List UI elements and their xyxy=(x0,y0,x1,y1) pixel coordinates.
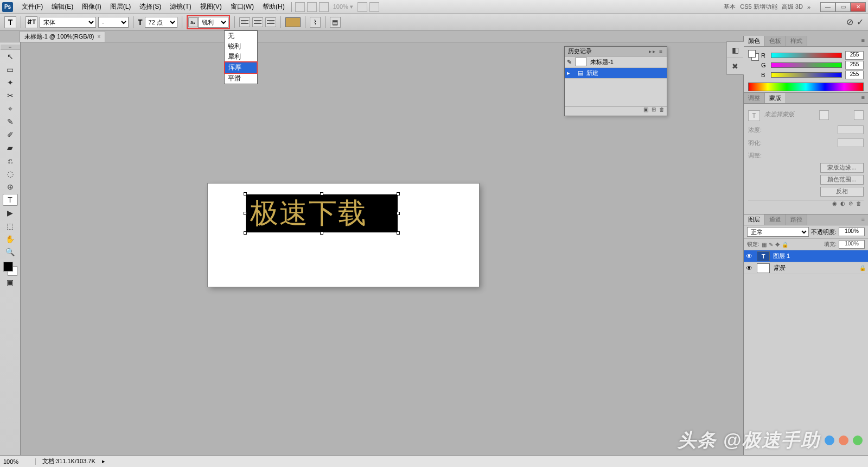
panel-menu-icon[interactable]: ≡ xyxy=(858,214,868,225)
panel-menu-icon[interactable]: ≡ xyxy=(858,36,868,46)
history-state-row[interactable]: ▸ ▤ 新建 xyxy=(565,68,667,79)
lasso-tool[interactable]: ✦ xyxy=(3,77,18,89)
history-snapshot-icon[interactable]: ▣ xyxy=(643,106,648,116)
workspace-cs5-new[interactable]: CS5 新增功能 xyxy=(740,3,777,11)
tab-masks[interactable]: 蒙版 xyxy=(765,93,786,103)
transform-handle[interactable] xyxy=(244,192,247,195)
warp-text-button[interactable]: ⌇ xyxy=(310,17,321,28)
history-new-icon[interactable]: ⊞ xyxy=(652,106,656,116)
value-g[interactable]: 255 xyxy=(845,61,864,70)
screen-icon[interactable] xyxy=(369,2,379,12)
color-picker[interactable] xyxy=(3,262,17,276)
aa-option-sharp[interactable]: 锐利 xyxy=(225,41,257,52)
tab-color[interactable]: 颜色 xyxy=(744,36,765,46)
lock-all-icon[interactable]: 🔒 xyxy=(782,242,788,248)
value-r[interactable]: 255 xyxy=(845,51,864,60)
slider-r[interactable] xyxy=(771,53,842,58)
lock-pixels-icon[interactable]: ▦ xyxy=(762,242,767,248)
document-tab[interactable]: 未标题-1 @ 100%(RGB/8) × xyxy=(20,31,105,42)
workspace-advanced-3d[interactable]: 高级 3D xyxy=(782,3,803,11)
menu-layer[interactable]: 图层(L) xyxy=(106,2,136,11)
slider-g[interactable] xyxy=(771,62,842,68)
tab-adjustments[interactable]: 调整 xyxy=(744,93,765,103)
type-tool[interactable]: T xyxy=(3,194,18,206)
color-spectrum[interactable] xyxy=(748,83,864,91)
collapsed-icon[interactable]: ✖ xyxy=(727,58,743,74)
document-tab-close-icon[interactable]: × xyxy=(98,34,101,40)
launch-bridge-icon[interactable] xyxy=(295,2,305,12)
blend-mode-select[interactable]: 正常 xyxy=(747,227,809,237)
transform-handle[interactable] xyxy=(244,212,247,215)
marquee-tool[interactable]: ▭ xyxy=(3,64,18,75)
font-style-select[interactable]: - xyxy=(98,17,129,28)
tab-styles[interactable]: 样式 xyxy=(786,36,807,46)
pixel-mask-icon[interactable] xyxy=(819,110,829,120)
layer-visibility-icon[interactable]: 👁 xyxy=(746,264,754,272)
zoom-tool[interactable]: 🔍 xyxy=(3,246,18,258)
cancel-edit-icon[interactable]: ⊘ xyxy=(846,17,853,27)
text-layer-box[interactable]: 极速下载 xyxy=(246,194,398,232)
layer-name[interactable]: 背景 xyxy=(773,264,785,272)
menu-edit[interactable]: 编辑(E) xyxy=(47,2,78,11)
menu-filter[interactable]: 滤镜(T) xyxy=(165,2,195,11)
window-maximize-button[interactable]: ▭ xyxy=(835,2,851,12)
menu-window[interactable]: 窗口(W) xyxy=(226,2,258,11)
active-tool-icon[interactable]: T xyxy=(4,16,16,28)
brush-tool[interactable]: ✎ xyxy=(3,116,18,128)
text-color-swatch[interactable] xyxy=(285,17,301,27)
lock-move-icon[interactable]: ✥ xyxy=(775,242,780,248)
menu-help[interactable]: 帮助(H) xyxy=(258,2,289,11)
color-range-button[interactable]: 颜色范围... xyxy=(820,175,864,185)
history-snapshot-row[interactable]: ✎ 未标题-1 xyxy=(565,56,667,68)
tab-layers[interactable]: 图层 xyxy=(744,214,765,225)
aa-option-none[interactable]: 无 xyxy=(225,31,257,41)
transform-handle[interactable] xyxy=(320,231,323,235)
layer-name[interactable]: 图层 1 xyxy=(773,252,790,260)
transform-handle[interactable] xyxy=(244,231,247,235)
commit-edit-icon[interactable]: ✓ xyxy=(857,17,864,27)
canvas-text[interactable]: 极速下载 xyxy=(246,198,367,229)
gradient-tool[interactable]: ▰ xyxy=(3,142,18,154)
transform-handle[interactable] xyxy=(397,212,400,215)
workspace-basic[interactable]: 基本 xyxy=(724,3,736,11)
layer-row[interactable]: 👁 T 图层 1 xyxy=(744,250,868,262)
screen-mode-icon[interactable] xyxy=(319,2,329,12)
feather-input[interactable] xyxy=(838,138,864,147)
align-center-button[interactable] xyxy=(252,17,263,27)
text-orientation-icon[interactable]: ⇵T xyxy=(25,16,37,28)
artboard[interactable]: 极速下载 xyxy=(208,184,479,287)
antialias-select[interactable]: 锐利 xyxy=(198,17,228,28)
mini-bridge-icon[interactable] xyxy=(307,2,317,12)
layer-row[interactable]: 👁 背景 🔒 xyxy=(744,262,868,274)
opacity-input[interactable]: 100% xyxy=(839,228,865,236)
history-delete-icon[interactable]: 🗑 xyxy=(659,106,665,116)
tab-swatches[interactable]: 色板 xyxy=(765,36,786,46)
transform-handle[interactable] xyxy=(320,192,323,195)
pencil-tool[interactable]: ✐ xyxy=(3,129,18,141)
aa-option-crisp[interactable]: 犀利 xyxy=(225,52,257,62)
slider-b[interactable] xyxy=(771,72,842,78)
align-left-button[interactable] xyxy=(239,17,250,27)
mask-foot-icon[interactable]: ⊘ xyxy=(848,200,853,210)
quickmask-icon[interactable]: ▣ xyxy=(3,276,18,288)
status-doc-info[interactable]: 文档:311.1K/103.7K xyxy=(42,457,95,465)
mask-foot-icon[interactable]: ◐ xyxy=(840,200,845,210)
move-tool[interactable]: ↖ xyxy=(3,51,18,62)
aa-option-strong[interactable]: 浑厚 xyxy=(224,61,258,74)
status-arrow-icon[interactable]: ▸ xyxy=(102,458,105,465)
tab-channels[interactable]: 通道 xyxy=(765,214,786,225)
menu-file[interactable]: 文件(F) xyxy=(17,2,47,11)
blur-tool[interactable]: ◌ xyxy=(3,168,18,180)
align-right-button[interactable] xyxy=(265,17,276,27)
mask-foot-icon[interactable]: ◉ xyxy=(832,200,837,210)
menu-select[interactable]: 选择(S) xyxy=(135,2,165,11)
font-size-select[interactable]: 72 点 xyxy=(145,17,177,28)
foreground-color-swatch[interactable] xyxy=(3,262,13,272)
panel-collapse-icon[interactable]: ▸▸ ≡ xyxy=(649,48,663,54)
shape-tool[interactable]: ⬚ xyxy=(3,220,18,232)
value-b[interactable]: 255 xyxy=(845,71,864,79)
menu-image[interactable]: 图像(I) xyxy=(78,2,105,11)
fill-input[interactable]: 100% xyxy=(839,240,865,249)
window-close-button[interactable]: ✕ xyxy=(851,2,866,12)
density-input[interactable] xyxy=(838,125,864,134)
